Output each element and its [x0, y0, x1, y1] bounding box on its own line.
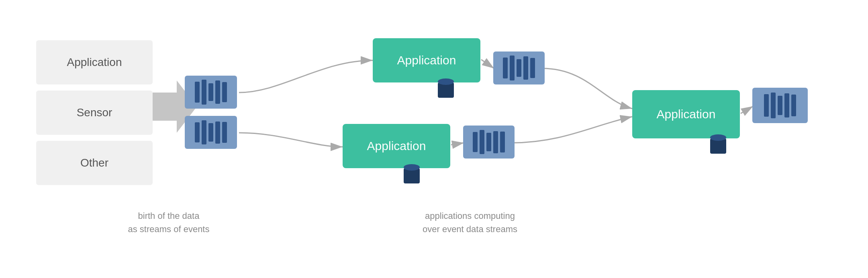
source-other: Other [36, 141, 153, 185]
stream-output-mid [463, 126, 515, 159]
bar5 [222, 82, 227, 102]
bar3 [208, 83, 213, 101]
diagram-container: Application Sensor Other Application [0, 0, 868, 278]
bar2 [202, 120, 206, 144]
svg-line-4 [451, 143, 464, 145]
app-box-3: Application [632, 90, 740, 138]
svg-line-5 [741, 106, 753, 113]
bar1 [195, 82, 200, 103]
bar2 [202, 80, 206, 105]
stream-input-top [185, 76, 237, 109]
bar5 [222, 122, 227, 143]
label-computing: applications computingover event data st… [398, 209, 542, 236]
app-box-1: Application [373, 38, 480, 82]
stream-final [752, 88, 808, 123]
sensor-label: Sensor [77, 106, 112, 119]
source-sensor: Sensor [36, 91, 153, 135]
app-box-2: Application [343, 124, 450, 168]
stream-output-top [493, 51, 545, 84]
bar1 [195, 122, 200, 142]
db-cylinder-3 [710, 134, 726, 154]
db-cylinder-2 [404, 164, 420, 183]
bar4 [215, 80, 220, 104]
source-application: Application [36, 40, 153, 84]
bar4 [215, 121, 220, 144]
svg-line-3 [481, 60, 494, 68]
stream-input-bot [185, 116, 237, 149]
label-birth: birth of the dataas streams of events [112, 209, 225, 236]
bar3 [208, 123, 213, 142]
db-cylinder-1 [438, 78, 454, 98]
